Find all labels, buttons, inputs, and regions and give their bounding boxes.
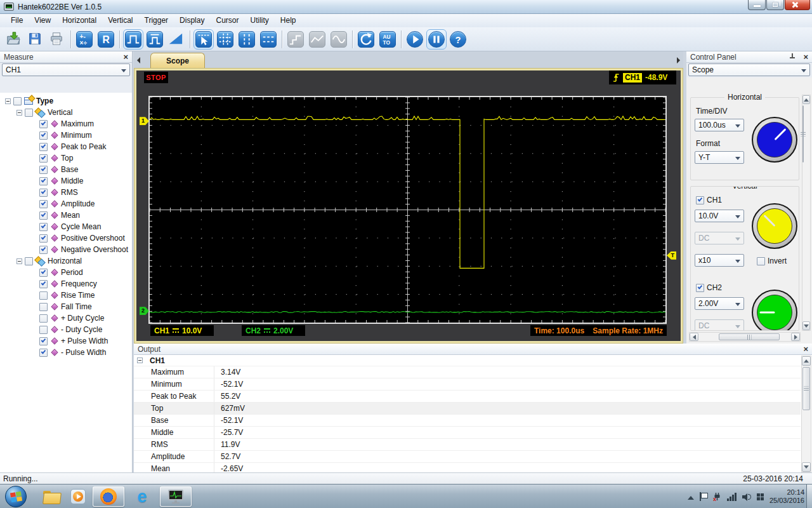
menu-trigger[interactable]: Trigger <box>139 14 174 27</box>
checkbox[interactable] <box>39 234 48 243</box>
horizontal-cursors-button[interactable] <box>258 29 278 50</box>
reference-button[interactable]: R <box>96 29 116 50</box>
ch1-probe-select[interactable]: x10 <box>695 254 744 267</box>
tracking-button[interactable] <box>215 29 235 50</box>
output-row-peak-to-peak[interactable]: Peak to Peak55.2V <box>134 391 801 403</box>
print-button[interactable] <box>47 29 67 50</box>
volume-icon[interactable] <box>742 493 751 501</box>
menu-vertical[interactable]: Vertical <box>102 14 138 27</box>
output-row-top[interactable]: Top627mV <box>134 403 801 415</box>
tree-item-horizontal[interactable]: Horizontal <box>0 255 132 267</box>
checkbox[interactable] <box>39 200 48 208</box>
tree-item-rise-time[interactable]: Rise Time <box>0 290 132 301</box>
tree-item-vertical[interactable]: Vertical <box>0 107 132 118</box>
taskbar-firefox[interactable] <box>93 486 124 507</box>
tree-item-fall-time[interactable]: Fall Time <box>0 301 132 312</box>
show-desktop-button[interactable] <box>806 485 812 508</box>
output-row-mean[interactable]: Mean-2.65V <box>134 463 801 472</box>
control-panel-hscrollbar[interactable] <box>689 332 801 342</box>
help-button[interactable]: ? <box>448 29 468 50</box>
menu-horizontal[interactable]: Horizontal <box>56 14 102 27</box>
measure-close-icon[interactable]: × <box>123 53 128 61</box>
checkbox[interactable] <box>39 189 48 197</box>
menu-utility[interactable]: Utility <box>244 14 274 27</box>
ramp-button[interactable] <box>166 29 187 50</box>
tree-item-peak-to-peak[interactable]: Peak to Peak <box>0 141 132 152</box>
taskbar-media-player[interactable] <box>67 486 89 507</box>
checkbox[interactable] <box>39 154 48 163</box>
square-wave-button[interactable] <box>123 29 143 50</box>
ch2-enable-checkbox[interactable] <box>696 284 704 292</box>
tree-item-pulse-width[interactable]: + Pulse Width <box>0 335 132 347</box>
menu-display[interactable]: Display <box>174 14 210 27</box>
menu-cursor[interactable]: Cursor <box>210 14 244 27</box>
checkbox[interactable] <box>39 120 48 128</box>
checkbox[interactable] <box>39 280 48 288</box>
tree-item-positive-overshoot[interactable]: Positive Overshoot <box>0 232 132 244</box>
tab-scroll-left-icon[interactable] <box>137 57 140 64</box>
tab-scope[interactable]: Scope <box>150 53 205 68</box>
tree-item-middle[interactable]: Middle <box>0 175 132 187</box>
tree-item-rms[interactable]: RMS <box>0 187 132 198</box>
checkbox[interactable] <box>39 211 48 220</box>
auto-set-button[interactable]: AUTO <box>377 29 398 50</box>
vscroll-thumb[interactable] <box>802 105 804 163</box>
control-panel-close-icon[interactable]: × <box>803 53 808 61</box>
vscroll-thumb[interactable] <box>802 367 810 410</box>
tree-item-negative-overshoot[interactable]: Negative Overshoot <box>0 244 132 255</box>
checkbox[interactable] <box>25 257 33 265</box>
refresh-button[interactable] <box>356 29 376 50</box>
output-row-amplitude[interactable]: Amplitude52.7V <box>134 451 801 463</box>
scroll-up-button[interactable] <box>802 95 810 104</box>
taskbar-windows-explorer[interactable] <box>41 486 62 507</box>
output-row-base[interactable]: Base-52.1V <box>134 415 801 427</box>
open-button[interactable] <box>4 29 24 50</box>
device-error-icon[interactable]: x <box>713 492 721 501</box>
output-row-maximum[interactable]: Maximum3.14V <box>134 366 801 378</box>
menu-file[interactable]: File <box>5 14 29 27</box>
checkbox[interactable] <box>39 246 48 254</box>
horizontal-position-knob[interactable] <box>752 117 797 163</box>
output-vscrollbar[interactable] <box>801 356 811 472</box>
tree-item-type[interactable]: Type <box>0 95 132 107</box>
scroll-down-button[interactable] <box>802 321 810 330</box>
scroll-left-button[interactable] <box>690 333 698 341</box>
control-panel-vscrollbar[interactable] <box>802 95 811 331</box>
start-button[interactable] <box>5 486 27 507</box>
minimize-button[interactable] <box>748 0 766 10</box>
output-row-middle[interactable]: Middle-25.7V <box>134 427 801 439</box>
tree-item-minimum[interactable]: Minimum <box>0 130 132 141</box>
menu-help[interactable]: Help <box>275 14 302 27</box>
time-div-select[interactable]: 100.0us <box>695 119 744 131</box>
math-button[interactable]: +-×÷ <box>74 29 95 50</box>
tree-item-top[interactable]: Top <box>0 152 132 164</box>
tree-item-mean[interactable]: Mean <box>0 210 132 221</box>
restore-button[interactable] <box>766 0 784 10</box>
checkbox[interactable] <box>39 303 48 311</box>
collapse-icon[interactable] <box>137 358 143 363</box>
checkbox[interactable] <box>39 177 48 185</box>
pin-icon[interactable] <box>789 53 796 61</box>
control-panel-mode-select[interactable]: Scope <box>688 64 810 76</box>
step-interpolation-button[interactable] <box>285 29 306 50</box>
save-button[interactable] <box>25 29 46 50</box>
checkbox[interactable] <box>39 337 48 345</box>
ch1-enable-checkbox[interactable] <box>696 196 704 204</box>
square-wave-avg-button[interactable] <box>145 29 165 50</box>
collapse-icon[interactable] <box>16 258 22 264</box>
checkbox[interactable] <box>39 269 48 277</box>
measure-channel-select[interactable]: CH1 <box>2 64 130 76</box>
ch2-position-knob[interactable] <box>752 290 797 331</box>
taskbar-hantek-app[interactable] <box>160 486 192 507</box>
checkbox[interactable] <box>39 143 48 151</box>
action-center-flag-icon[interactable] <box>700 492 707 501</box>
tree-item-duty-cycle[interactable]: - Duty Cycle <box>0 324 132 335</box>
ch1-scale-select[interactable]: 10.0V <box>695 210 744 222</box>
output-row-minimum[interactable]: Minimum-52.1V <box>134 378 801 391</box>
checkbox[interactable] <box>39 131 48 140</box>
tree-item-duty-cycle[interactable]: + Duty Cycle <box>0 312 132 324</box>
checkbox[interactable] <box>13 97 22 105</box>
taskbar-internet-explorer[interactable]: e <box>129 486 155 507</box>
checkbox[interactable] <box>39 326 48 334</box>
network-signal-icon[interactable] <box>727 493 737 501</box>
